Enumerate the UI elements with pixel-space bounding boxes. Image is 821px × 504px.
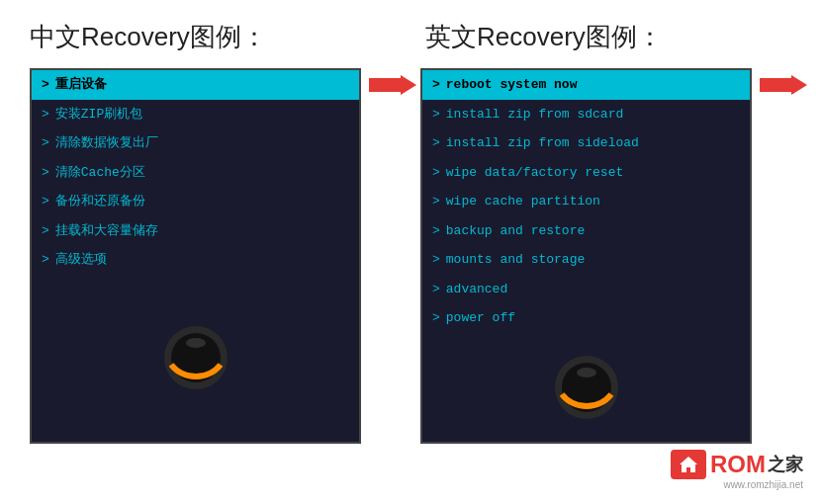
menu-item-label: 清除Cache分区 [55,163,145,183]
svg-point-2 [186,338,206,348]
right-menu-item-reboot[interactable]: > reboot system now [422,70,750,100]
arrow-body [369,78,401,92]
watermark-rom-text: ROM [710,451,766,478]
menu-item-label: power off [446,308,515,328]
house-svg [678,454,699,475]
right-menu-item-backup[interactable]: > backup and restore [422,216,750,246]
left-section-title: 中文Recovery图例： [30,20,396,54]
menu-item-label: install zip from sdcard [446,105,623,125]
watermark-house-icon [671,450,706,479]
right-menu-item-install-sdcard[interactable]: > install zip from sdcard [422,100,750,129]
menu-item-label: wipe data/factory reset [446,163,623,183]
menu-item-label: 备份和还原备份 [55,192,145,211]
menu-item-label: reboot system now [446,75,578,95]
menu-item-label: advanced [446,280,507,299]
left-menu-area: > 重启设备 > 安装ZIP刷机包 > 清除数据恢复出厂 [32,70,359,275]
watermark-logo-row: ROM 之家 [671,450,803,479]
right-red-arrow-indicator [760,75,807,95]
left-knob [161,323,230,392]
left-knob-area [32,275,359,442]
menu-item-label: backup and restore [446,221,585,241]
right-menu-item-advanced[interactable]: > advanced [422,275,750,304]
arrow-head [401,75,416,95]
menu-item-label: 重启设备 [55,75,107,95]
right-menu-item-wipe-cache[interactable]: > wipe cache partition [422,187,750,216]
menu-item-label: install zip from sideload [446,133,639,153]
right-menu-item-install-sideload[interactable]: > install zip from sideload [422,128,750,158]
arrow-body [760,78,791,92]
left-menu-item-advanced[interactable]: > 高级选项 [32,245,359,275]
svg-point-5 [577,368,596,378]
right-menu-item-mounts[interactable]: > mounts and storage [422,245,750,275]
watermark-url: www.romzhijia.net [723,479,803,490]
menu-item-label: 挂载和大容量储存 [55,221,158,241]
watermark-zh-text: 之家 [768,453,803,476]
titles-row: 中文Recovery图例： 英文Recovery图例： [30,20,791,54]
right-menu-item-wipe-factory[interactable]: > wipe data/factory reset [422,158,750,188]
left-menu-item-mounts[interactable]: > 挂载和大容量储存 [32,216,359,246]
left-menu-item-wipe-factory[interactable]: > 清除数据恢复出厂 [32,128,359,158]
left-recovery-panel: > 重启设备 > 安装ZIP刷机包 > 清除数据恢复出厂 [30,68,361,444]
left-menu-item-reboot[interactable]: > 重启设备 [32,70,359,100]
right-recovery-panel: > reboot system now > install zip from s… [420,68,752,444]
arrow-spacer-right [772,68,791,444]
right-menu-item-power-off[interactable]: > power off [422,303,750,333]
page-container: 中文Recovery图例： 英文Recovery图例： > 重启设备 [0,0,821,504]
left-menu-item-wipe-cache[interactable]: > 清除Cache分区 [32,158,359,188]
arrow-head [791,75,807,95]
left-menu-item-install-zip[interactable]: > 安装ZIP刷机包 [32,100,359,129]
menu-item-label: mounts and storage [446,250,585,270]
menu-item-label: 安装ZIP刷机包 [55,105,142,125]
arrow-spacer-left [381,68,401,444]
panels-row: > 重启设备 > 安装ZIP刷机包 > 清除数据恢复出厂 [30,68,791,444]
red-arrow-indicator [369,75,416,95]
right-section-title: 英文Recovery图例： [425,20,791,54]
right-knob [552,353,621,422]
right-menu-area: > reboot system now > install zip from s… [422,70,750,333]
menu-item-label: 清除数据恢复出厂 [55,133,158,153]
right-knob-area [422,333,750,442]
menu-item-label: wipe cache partition [446,192,600,211]
menu-item-label: 高级选项 [55,250,107,270]
svg-marker-6 [680,457,697,472]
watermark-container: ROM 之家 www.romzhijia.net [671,450,803,490]
left-menu-item-backup[interactable]: > 备份和还原备份 [32,187,359,216]
menu-prefix-icon: > [42,75,49,95]
